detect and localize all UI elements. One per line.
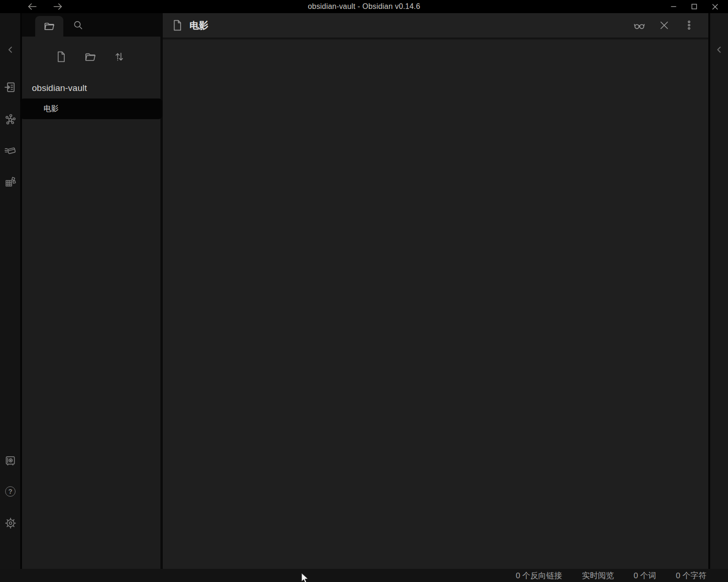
minimize-icon[interactable] [663, 0, 684, 13]
status-word-count: 0 个词 [634, 570, 656, 581]
status-char-count: 0 个字符 [676, 570, 706, 581]
close-pane-icon[interactable] [657, 18, 671, 32]
pane-header: 电影 [163, 13, 708, 39]
pane-actions [632, 18, 696, 32]
explorer-toolbar [54, 50, 126, 63]
settings-gear-icon[interactable] [4, 517, 16, 529]
more-options-icon[interactable] [682, 18, 696, 32]
window-title: obsidian-vault - Obsidian v0.14.6 [0, 0, 728, 13]
new-note-icon [55, 51, 67, 63]
graph-view-icon[interactable] [4, 113, 16, 125]
statusbar: 0 个反向链接 实时阅览 0 个词 0 个字符 [0, 569, 728, 582]
sidebar-tabstrip [22, 13, 160, 37]
note-editor[interactable] [163, 39, 708, 569]
note-document-icon [171, 19, 183, 31]
file-row-selected[interactable]: 电影 [20, 98, 162, 119]
vault-switcher-icon[interactable] [4, 454, 16, 467]
reading-mode-glasses-icon[interactable] [632, 18, 646, 32]
new-folder-icon [84, 51, 97, 63]
files-tab[interactable] [35, 16, 63, 37]
expand-right-sidebar-icon[interactable] [713, 44, 725, 56]
right-ribbon [710, 13, 728, 569]
maximize-icon[interactable] [684, 0, 705, 13]
titlebar: obsidian-vault - Obsidian v0.14.6 [0, 0, 728, 13]
status-backlinks[interactable]: 0 个反向链接 [516, 570, 562, 581]
main-pane: 电影 [163, 13, 708, 569]
grid-with-tiles-icon[interactable] [4, 176, 16, 188]
left-sidebar: obsidian-vault 电影 [22, 13, 160, 569]
card-with-motion-lines-icon[interactable] [4, 144, 16, 157]
search-tab-icon [72, 19, 84, 31]
sort-order-icon [113, 51, 125, 63]
sort-order-button[interactable] [113, 50, 126, 63]
pane-note-title: 电影 [190, 19, 208, 32]
collapse-left-sidebar-icon[interactable] [4, 44, 16, 56]
help-question-glyph: ? [8, 488, 13, 495]
quick-switcher-icon[interactable] [4, 81, 16, 93]
new-folder-button[interactable] [83, 50, 97, 63]
help-icon[interactable]: ? [4, 485, 16, 498]
status-edit-mode[interactable]: 实时阅览 [582, 570, 614, 581]
app-body: ? [0, 13, 728, 569]
file-name: 电影 [44, 104, 59, 114]
window-controls [663, 0, 725, 13]
folder-tab-icon [43, 20, 55, 32]
left-ribbon: ? [0, 13, 20, 569]
close-icon[interactable] [705, 0, 725, 13]
search-tab[interactable] [71, 18, 84, 31]
vault-title[interactable]: obsidian-vault [32, 83, 87, 94]
new-note-button[interactable] [54, 50, 68, 63]
